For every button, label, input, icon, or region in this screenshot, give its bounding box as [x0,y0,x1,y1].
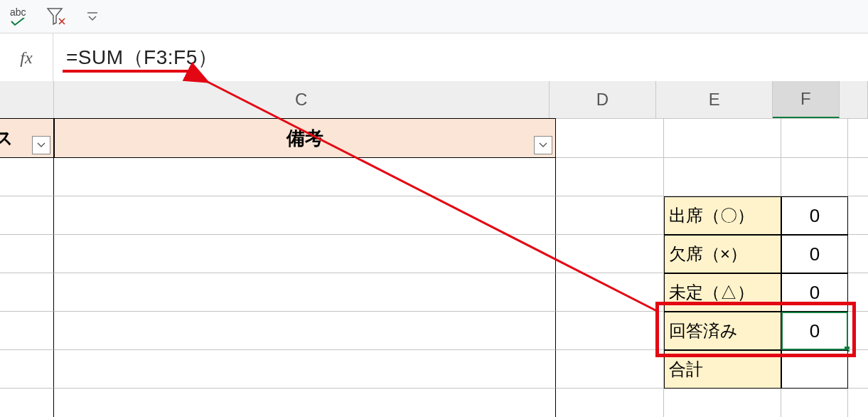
selected-cell[interactable]: 0 [781,312,848,350]
spreadsheet-grid[interactable]: C D E F ス 備考 [0,81,868,417]
cell[interactable] [781,118,848,158]
cell[interactable] [848,273,868,312]
cell[interactable] [556,389,664,417]
table-row: 回答済み 0 [0,312,868,350]
table-row [0,389,868,417]
cell[interactable] [556,196,664,235]
filter-dropdown-button[interactable] [534,136,552,154]
column-header-e[interactable]: E [656,81,773,118]
quick-access-toolbar: abc [0,0,868,33]
cell[interactable] [556,118,664,158]
chevron-down-icon [86,11,99,21]
formula-text: =SUM（F3:F5） [66,44,218,71]
chevron-down-icon [37,142,45,148]
table-row [0,158,868,196]
cell[interactable] [0,158,54,196]
column-header-c[interactable]: C [54,81,550,118]
check-icon [10,18,26,26]
summary-value-cell[interactable]: 0 [781,273,848,312]
column-header-blank[interactable] [0,81,54,118]
filter-clear-button[interactable] [46,7,66,26]
cell[interactable] [54,389,556,417]
cell[interactable] [54,312,556,350]
summary-label-cell[interactable]: 回答済み [664,312,781,350]
cell[interactable] [0,196,54,235]
abc-check-button[interactable]: abc [10,6,26,26]
cell[interactable] [54,158,556,196]
cell[interactable] [848,158,868,196]
cell[interactable] [664,158,781,196]
cell[interactable] [664,118,781,158]
funnel-icon [46,7,66,26]
column-header-d[interactable]: D [550,81,657,118]
summary-label-cell[interactable]: 合計 [664,350,781,389]
table-row: ス 備考 [0,118,868,158]
table-row: 出席（〇） 0 [0,196,868,235]
table-row: 未定（△） 0 [0,273,868,312]
cell[interactable] [0,350,54,389]
cell[interactable] [556,273,664,312]
cell[interactable] [556,158,664,196]
cell[interactable] [54,196,556,235]
summary-label-cell[interactable]: 未定（△） [664,273,781,312]
cell[interactable] [54,350,556,389]
cell[interactable] [781,389,848,417]
cell[interactable] [0,389,54,417]
summary-value-cell[interactable] [781,350,848,389]
cell[interactable] [54,273,556,312]
cell[interactable] [664,389,781,417]
cell[interactable] [848,118,868,158]
summary-label-cell[interactable]: 欠席（×） [664,235,781,273]
cell[interactable] [848,312,868,350]
cell[interactable] [781,158,848,196]
summary-value-cell[interactable]: 0 [781,235,848,273]
filter-dropdown-button[interactable] [32,136,50,154]
column-header-row: C D E F [0,81,868,119]
column-header-f[interactable]: F [773,81,840,118]
cell[interactable] [848,350,868,389]
chevron-down-icon [539,142,547,148]
cell[interactable] [54,235,556,273]
abc-label: abc [10,6,26,18]
cell[interactable] [556,235,664,273]
cell[interactable] [0,273,54,312]
cell[interactable] [848,389,868,417]
cell[interactable] [556,312,664,350]
header-label: 備考 [286,126,323,151]
table-row: 欠席（×） 0 [0,235,868,273]
column-header-g[interactable] [840,81,868,118]
header-cell-left: ス [0,118,54,158]
cell[interactable] [848,235,868,273]
cell[interactable] [0,235,54,273]
cell[interactable] [848,196,868,235]
summary-value-cell[interactable]: 0 [781,196,848,235]
formula-bar: fx =SUM（F3:F5） [0,33,868,83]
truncated-text: ス [0,126,14,151]
cell[interactable] [556,350,664,389]
summary-label-cell[interactable]: 出席（〇） [664,196,781,235]
fx-button[interactable]: fx [0,33,53,82]
formula-input[interactable]: =SUM（F3:F5） [53,33,868,82]
table-row: 合計 [0,350,868,389]
annotation-underline [63,70,195,73]
header-cell-b: 備考 [54,118,556,158]
cell[interactable] [0,312,54,350]
qat-overflow-button[interactable] [86,11,99,21]
